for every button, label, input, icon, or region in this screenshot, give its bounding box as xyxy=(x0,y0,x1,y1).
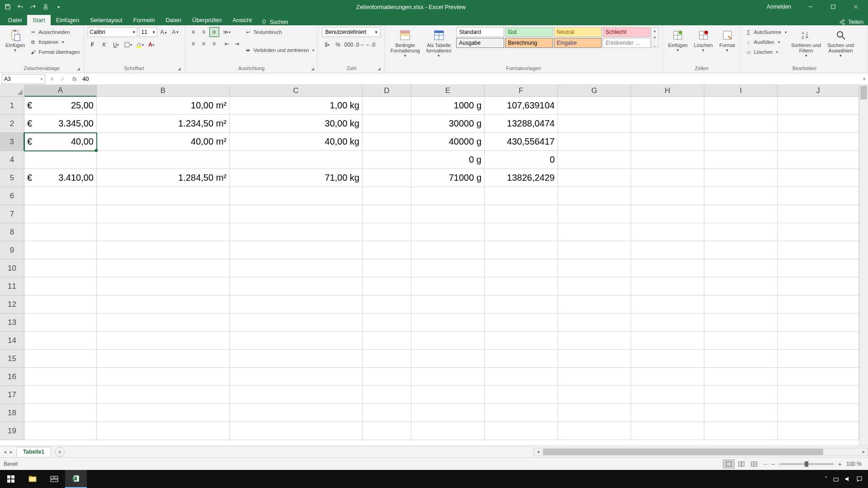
cell[interactable] xyxy=(230,205,363,223)
dialog-launcher-icon[interactable]: ◢ xyxy=(311,66,314,71)
zoom-in-button[interactable]: + xyxy=(838,460,842,468)
cell[interactable] xyxy=(778,223,859,241)
column-header[interactable]: D xyxy=(363,85,411,97)
cell[interactable]: 1000 g xyxy=(411,97,485,115)
signin-link[interactable]: Anmelden xyxy=(760,4,798,10)
cell[interactable] xyxy=(97,332,230,350)
row-header[interactable]: 13 xyxy=(0,314,24,332)
cell[interactable] xyxy=(230,296,363,314)
style-erklaerender[interactable]: Erklärender ... xyxy=(603,38,651,48)
cell[interactable] xyxy=(704,205,778,223)
merge-center-button[interactable]: ⬌Verbinden und zentrieren▾ xyxy=(245,45,315,55)
cell[interactable] xyxy=(631,115,704,133)
cell[interactable] xyxy=(778,115,859,133)
fill-button[interactable]: ↓Ausfüllen▾ xyxy=(745,37,787,47)
cell[interactable] xyxy=(24,187,97,205)
cell[interactable]: 30,00 kg xyxy=(230,115,363,133)
row-header[interactable]: 4 xyxy=(0,151,24,169)
cell[interactable] xyxy=(411,332,485,350)
column-header[interactable]: I xyxy=(704,85,778,97)
vertical-scrollbar[interactable] xyxy=(859,85,868,446)
cell[interactable] xyxy=(485,314,558,332)
dialog-launcher-icon[interactable]: ◢ xyxy=(178,66,181,71)
share-button[interactable]: Teilen xyxy=(839,19,863,25)
cell[interactable] xyxy=(363,241,411,259)
cell[interactable] xyxy=(485,422,558,440)
cell[interactable] xyxy=(24,368,97,386)
cell[interactable] xyxy=(631,241,704,259)
cell[interactable]: 1.284,50 m² xyxy=(97,169,230,187)
cell[interactable] xyxy=(631,404,704,422)
cell[interactable] xyxy=(230,386,363,404)
cell[interactable] xyxy=(704,97,778,115)
row-header[interactable]: 6 xyxy=(0,187,24,205)
cell[interactable] xyxy=(558,314,631,332)
cell[interactable] xyxy=(631,350,704,368)
cell[interactable] xyxy=(558,277,631,296)
cell[interactable] xyxy=(558,169,631,187)
maximize-button[interactable] xyxy=(823,0,844,14)
cell[interactable] xyxy=(631,422,704,440)
cell[interactable] xyxy=(631,296,704,314)
cell[interactable]: 40000 g xyxy=(411,133,485,151)
row-header[interactable]: 14 xyxy=(0,332,24,350)
cell[interactable] xyxy=(24,296,97,314)
cell[interactable] xyxy=(411,205,485,223)
cell[interactable] xyxy=(778,404,859,422)
grow-font-button[interactable]: A▲ xyxy=(159,27,169,37)
column-header[interactable]: J xyxy=(778,85,859,97)
cell[interactable] xyxy=(704,296,778,314)
cell[interactable] xyxy=(97,187,230,205)
touch-icon[interactable] xyxy=(42,3,50,11)
increase-indent-button[interactable]: ⇥ xyxy=(232,39,242,49)
tab-start[interactable]: Start xyxy=(27,15,50,25)
conditional-formatting-button[interactable]: Bedingte Formatierung▾ xyxy=(388,27,421,59)
cell[interactable]: 0 xyxy=(485,151,558,169)
cell[interactable] xyxy=(778,259,859,277)
cell[interactable]: 40,00 kg xyxy=(230,133,363,151)
cell[interactable] xyxy=(363,296,411,314)
find-select-button[interactable]: Suchen und Auswählen▾ xyxy=(826,27,856,59)
cell[interactable] xyxy=(97,259,230,277)
cell[interactable] xyxy=(485,350,558,368)
cell[interactable] xyxy=(97,422,230,440)
cell[interactable]: 71000 g xyxy=(411,169,485,187)
cell[interactable] xyxy=(230,404,363,422)
cell[interactable] xyxy=(778,187,859,205)
cell[interactable] xyxy=(631,151,704,169)
cell[interactable] xyxy=(704,115,778,133)
row-header[interactable]: 10 xyxy=(0,259,24,277)
tell-me-search[interactable]: Suchen xyxy=(261,19,288,25)
cell[interactable]: 30000 g xyxy=(411,115,485,133)
cell[interactable] xyxy=(631,314,704,332)
cell[interactable] xyxy=(485,386,558,404)
cell[interactable] xyxy=(363,151,411,169)
row-header[interactable]: 11 xyxy=(0,277,24,296)
cell[interactable]: 107,639104 xyxy=(485,97,558,115)
cell[interactable]: 10,00 m² xyxy=(97,97,230,115)
copy-button[interactable]: ⧉Kopieren▾ xyxy=(29,37,80,47)
cell[interactable] xyxy=(230,277,363,296)
row-header[interactable]: 5 xyxy=(0,169,24,187)
cut-button[interactable]: ✂Ausschneiden xyxy=(29,27,80,37)
align-left-button[interactable]: ≡ xyxy=(189,39,198,49)
cell[interactable] xyxy=(230,314,363,332)
row-header[interactable]: 18 xyxy=(0,404,24,422)
cell[interactable] xyxy=(558,422,631,440)
cell[interactable] xyxy=(411,259,485,277)
cell[interactable] xyxy=(411,187,485,205)
redo-icon[interactable] xyxy=(29,3,37,11)
cell[interactable] xyxy=(411,368,485,386)
cell[interactable] xyxy=(230,259,363,277)
name-box[interactable]: A3▾ xyxy=(2,74,45,84)
cell[interactable] xyxy=(24,259,97,277)
cell[interactable] xyxy=(704,151,778,169)
wrap-text-button[interactable]: ↩Textumbruch xyxy=(245,27,315,37)
cell[interactable] xyxy=(778,241,859,259)
column-header[interactable]: C xyxy=(230,85,363,97)
underline-button[interactable]: U▾ xyxy=(111,40,121,50)
cell[interactable] xyxy=(24,277,97,296)
italic-button[interactable]: K xyxy=(99,40,109,50)
cell[interactable] xyxy=(558,115,631,133)
cell[interactable] xyxy=(631,259,704,277)
